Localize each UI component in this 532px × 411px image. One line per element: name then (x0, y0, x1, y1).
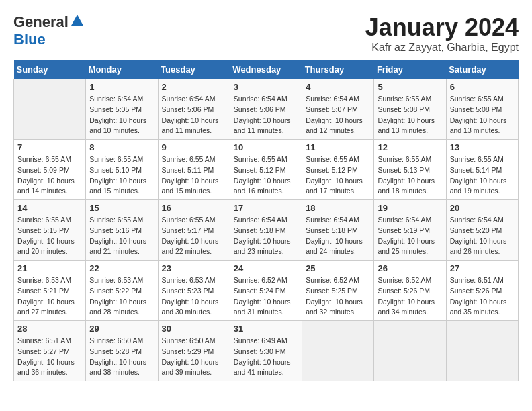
calendar-header-row: SundayMondayTuesdayWednesdayThursdayFrid… (14, 60, 519, 79)
day-number: 24 (234, 263, 298, 273)
day-info: Sunrise: 6:55 AM Sunset: 5:08 PM Dayligh… (450, 94, 515, 136)
day-info: Sunrise: 6:51 AM Sunset: 5:27 PM Dayligh… (17, 336, 82, 378)
calendar-cell: 4Sunrise: 6:54 AM Sunset: 5:07 PM Daylig… (302, 79, 374, 140)
calendar-cell: 27Sunrise: 6:51 AM Sunset: 5:26 PM Dayli… (446, 261, 518, 321)
day-number: 20 (450, 203, 515, 213)
calendar-cell: 21Sunrise: 6:53 AM Sunset: 5:21 PM Dayli… (14, 261, 86, 321)
header-day-friday: Friday (374, 60, 446, 79)
day-info: Sunrise: 6:49 AM Sunset: 5:30 PM Dayligh… (234, 336, 298, 378)
calendar-cell: 28Sunrise: 6:51 AM Sunset: 5:27 PM Dayli… (14, 321, 86, 381)
day-info: Sunrise: 6:55 AM Sunset: 5:09 PM Dayligh… (17, 154, 82, 197)
calendar-cell: 17Sunrise: 6:54 AM Sunset: 5:18 PM Dayli… (230, 200, 302, 261)
day-number: 25 (306, 263, 370, 273)
day-info: Sunrise: 6:52 AM Sunset: 5:26 PM Dayligh… (378, 275, 442, 318)
day-info: Sunrise: 6:55 AM Sunset: 5:10 PM Dayligh… (89, 154, 154, 197)
day-number: 18 (306, 203, 370, 213)
day-number: 9 (162, 142, 226, 152)
day-number: 19 (378, 203, 442, 213)
day-info: Sunrise: 6:55 AM Sunset: 5:16 PM Dayligh… (89, 215, 154, 257)
day-number: 26 (378, 263, 442, 273)
day-info: Sunrise: 6:53 AM Sunset: 5:23 PM Dayligh… (162, 275, 226, 318)
day-info: Sunrise: 6:53 AM Sunset: 5:21 PM Dayligh… (17, 275, 82, 318)
calendar-cell: 31Sunrise: 6:49 AM Sunset: 5:30 PM Dayli… (230, 321, 302, 381)
calendar-cell: 18Sunrise: 6:54 AM Sunset: 5:18 PM Dayli… (302, 200, 374, 261)
svg-marker-0 (71, 15, 83, 26)
calendar-cell: 15Sunrise: 6:55 AM Sunset: 5:16 PM Dayli… (86, 200, 158, 261)
day-number: 1 (89, 82, 154, 92)
day-number: 2 (162, 82, 226, 92)
day-info: Sunrise: 6:53 AM Sunset: 5:22 PM Dayligh… (89, 275, 154, 318)
calendar-cell: 20Sunrise: 6:54 AM Sunset: 5:20 PM Dayli… (446, 200, 518, 261)
day-number: 14 (17, 203, 82, 213)
logo-icon (70, 13, 85, 28)
day-info: Sunrise: 6:54 AM Sunset: 5:07 PM Dayligh… (306, 94, 370, 136)
day-number: 5 (378, 82, 442, 92)
day-number: 21 (17, 263, 82, 273)
day-number: 4 (306, 82, 370, 92)
calendar-cell: 13Sunrise: 6:55 AM Sunset: 5:14 PM Dayli… (446, 140, 518, 200)
week-row-5: 28Sunrise: 6:51 AM Sunset: 5:27 PM Dayli… (14, 321, 519, 381)
calendar-cell: 2Sunrise: 6:54 AM Sunset: 5:06 PM Daylig… (158, 79, 230, 140)
week-row-1: 1Sunrise: 6:54 AM Sunset: 5:05 PM Daylig… (14, 79, 519, 140)
day-info: Sunrise: 6:50 AM Sunset: 5:28 PM Dayligh… (89, 336, 154, 378)
page-header: General Blue January 2024 Kafr az Zayyat… (13, 13, 519, 54)
calendar-cell: 3Sunrise: 6:54 AM Sunset: 5:06 PM Daylig… (230, 79, 302, 140)
logo: General Blue (13, 13, 85, 48)
day-number: 17 (234, 203, 298, 213)
day-number: 10 (234, 142, 298, 152)
calendar-cell (446, 321, 518, 381)
calendar-cell: 22Sunrise: 6:53 AM Sunset: 5:22 PM Dayli… (86, 261, 158, 321)
day-info: Sunrise: 6:55 AM Sunset: 5:14 PM Dayligh… (450, 154, 515, 197)
day-info: Sunrise: 6:51 AM Sunset: 5:26 PM Dayligh… (450, 275, 515, 318)
day-info: Sunrise: 6:54 AM Sunset: 5:20 PM Dayligh… (450, 215, 515, 257)
day-number: 22 (89, 263, 154, 273)
day-info: Sunrise: 6:55 AM Sunset: 5:15 PM Dayligh… (17, 215, 82, 257)
header-day-sunday: Sunday (14, 60, 86, 79)
day-number: 23 (162, 263, 226, 273)
day-number: 13 (450, 142, 515, 152)
day-info: Sunrise: 6:54 AM Sunset: 5:18 PM Dayligh… (234, 215, 298, 257)
day-info: Sunrise: 6:55 AM Sunset: 5:17 PM Dayligh… (162, 215, 226, 257)
day-info: Sunrise: 6:54 AM Sunset: 5:19 PM Dayligh… (378, 215, 442, 257)
calendar-cell: 12Sunrise: 6:55 AM Sunset: 5:13 PM Dayli… (374, 140, 446, 200)
day-number: 15 (89, 203, 154, 213)
calendar-cell: 10Sunrise: 6:55 AM Sunset: 5:12 PM Dayli… (230, 140, 302, 200)
day-info: Sunrise: 6:55 AM Sunset: 5:12 PM Dayligh… (234, 154, 298, 197)
header-day-saturday: Saturday (446, 60, 518, 79)
day-info: Sunrise: 6:52 AM Sunset: 5:24 PM Dayligh… (234, 275, 298, 318)
day-info: Sunrise: 6:54 AM Sunset: 5:06 PM Dayligh… (234, 94, 298, 136)
day-number: 29 (89, 324, 154, 334)
day-info: Sunrise: 6:55 AM Sunset: 5:12 PM Dayligh… (306, 154, 370, 197)
day-number: 31 (234, 324, 298, 334)
day-number: 27 (450, 263, 515, 273)
calendar-cell (302, 321, 374, 381)
calendar-cell: 24Sunrise: 6:52 AM Sunset: 5:24 PM Dayli… (230, 261, 302, 321)
day-number: 6 (450, 82, 515, 92)
day-number: 8 (89, 142, 154, 152)
day-info: Sunrise: 6:52 AM Sunset: 5:25 PM Dayligh… (306, 275, 370, 318)
calendar-cell: 14Sunrise: 6:55 AM Sunset: 5:15 PM Dayli… (14, 200, 86, 261)
calendar-table: SundayMondayTuesdayWednesdayThursdayFrid… (13, 60, 519, 381)
calendar-cell: 8Sunrise: 6:55 AM Sunset: 5:10 PM Daylig… (86, 140, 158, 200)
day-number: 16 (162, 203, 226, 213)
day-info: Sunrise: 6:55 AM Sunset: 5:11 PM Dayligh… (162, 154, 226, 197)
header-day-tuesday: Tuesday (158, 60, 230, 79)
calendar-cell: 16Sunrise: 6:55 AM Sunset: 5:17 PM Dayli… (158, 200, 230, 261)
day-info: Sunrise: 6:55 AM Sunset: 5:08 PM Dayligh… (378, 94, 442, 136)
header-day-monday: Monday (86, 60, 158, 79)
header-day-wednesday: Wednesday (230, 60, 302, 79)
header-day-thursday: Thursday (302, 60, 374, 79)
calendar-cell: 6Sunrise: 6:55 AM Sunset: 5:08 PM Daylig… (446, 79, 518, 140)
month-title: January 2024 (365, 13, 519, 42)
calendar-cell: 29Sunrise: 6:50 AM Sunset: 5:28 PM Dayli… (86, 321, 158, 381)
day-number: 11 (306, 142, 370, 152)
day-number: 12 (378, 142, 442, 152)
title-section: January 2024 Kafr az Zayyat, Gharbia, Eg… (365, 13, 519, 54)
day-info: Sunrise: 6:54 AM Sunset: 5:05 PM Dayligh… (89, 94, 154, 136)
day-number: 30 (162, 324, 226, 334)
calendar-cell: 5Sunrise: 6:55 AM Sunset: 5:08 PM Daylig… (374, 79, 446, 140)
calendar-cell: 9Sunrise: 6:55 AM Sunset: 5:11 PM Daylig… (158, 140, 230, 200)
calendar-cell: 25Sunrise: 6:52 AM Sunset: 5:25 PM Dayli… (302, 261, 374, 321)
calendar-cell: 26Sunrise: 6:52 AM Sunset: 5:26 PM Dayli… (374, 261, 446, 321)
day-number: 7 (17, 142, 82, 152)
